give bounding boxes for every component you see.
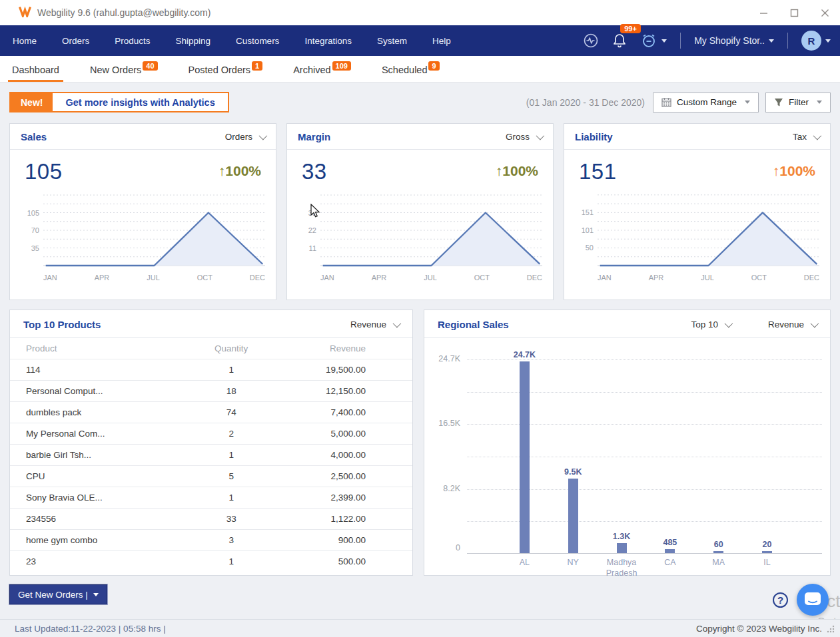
- table-row: 234556331,122.00: [10, 508, 412, 529]
- nav-item-shipping[interactable]: Shipping: [163, 25, 224, 56]
- y-axis-tick: 16.5K: [427, 419, 460, 428]
- tab-scheduled[interactable]: Scheduled9: [375, 59, 446, 82]
- bar-slot: 20: [743, 350, 791, 553]
- x-axis-labels: JANAPRJULOCTDEC: [598, 272, 819, 282]
- tab-badge: 40: [143, 61, 157, 71]
- products-selector[interactable]: Revenue: [350, 319, 399, 329]
- x-axis-tick: JUL: [701, 274, 714, 282]
- maximize-button[interactable]: [779, 0, 809, 25]
- tab-new-orders[interactable]: New Orders40: [83, 59, 165, 82]
- x-axis-tick: Madhya Pradesh: [598, 558, 646, 578]
- x-axis-tick: APR: [95, 274, 110, 282]
- bar-value-label: 9.5K: [564, 467, 582, 477]
- bell-icon: [612, 33, 627, 49]
- tab-dashboard[interactable]: Dashboard: [5, 59, 66, 82]
- chevron-down-icon: [811, 319, 819, 328]
- metric-number-row: 105↑100%: [21, 156, 265, 186]
- scheduler-dropdown[interactable]: [640, 32, 667, 49]
- status-bar: Last Updated:11-22-2023 | 05:58 hrs | Co…: [0, 619, 840, 637]
- table-cell: 500.00: [276, 550, 412, 572]
- table-row: My Personal Com...25,000.00: [10, 423, 412, 444]
- metric-selector-label: Gross: [506, 132, 530, 142]
- x-axis-tick: JAN: [43, 274, 57, 282]
- metric-value: 33: [302, 159, 327, 184]
- tab-label: Posted Orders: [189, 65, 251, 75]
- chat-bubble-button[interactable]: [797, 584, 829, 616]
- x-axis-tick: OCT: [197, 274, 212, 282]
- metric-selector[interactable]: Orders: [225, 132, 265, 142]
- table-cell: 74: [187, 401, 276, 423]
- nav-item-products[interactable]: Products: [102, 25, 163, 56]
- date-range-label: (01 Jan 2020 - 31 Dec 2020): [526, 97, 645, 108]
- filter-button[interactable]: Filter: [765, 93, 831, 112]
- metric-number-row: 151↑100%: [575, 156, 819, 186]
- table-row: 114119,500.00: [10, 359, 412, 380]
- table-row: barbie Girl Tsh...14,000.00: [10, 444, 412, 465]
- bar: [713, 551, 723, 553]
- regional-title: Regional Sales: [438, 319, 509, 330]
- help-icon[interactable]: ?: [773, 592, 788, 608]
- nav-item-customers[interactable]: Customers: [223, 25, 292, 56]
- y-axis-tick: 35: [21, 244, 39, 252]
- metric-selector[interactable]: Gross: [506, 132, 542, 142]
- table-cell: My Personal Com...: [10, 423, 187, 444]
- x-axis-tick: AL: [500, 558, 549, 578]
- avatar: R: [801, 31, 821, 51]
- sales-card: SalesOrders105↑100%3570105JANAPRJULOCTDE…: [9, 123, 276, 300]
- nav-item-help[interactable]: Help: [420, 25, 464, 56]
- column-header-quantity: Quantity: [187, 338, 276, 359]
- activity-icon[interactable]: [583, 33, 599, 49]
- metric-title: Liability: [575, 131, 613, 142]
- tab-archived[interactable]: Archived109: [286, 59, 358, 82]
- nav-item-home[interactable]: Home: [0, 25, 49, 56]
- bar-slot: 1.3K: [598, 350, 646, 553]
- resize-grip[interactable]: [826, 624, 835, 633]
- analytics-button[interactable]: New! Get more insights with Analytics: [9, 92, 229, 112]
- table-row: 231500.00: [10, 550, 412, 572]
- store-selector[interactable]: My Shopify Stor..: [694, 35, 774, 46]
- tab-badge: 1: [252, 61, 262, 71]
- bar-value-label: 24.7K: [514, 350, 536, 359]
- copyright-text: Copyright © 2023 Webgility Inc.: [696, 624, 822, 634]
- table-cell: 1: [187, 487, 276, 508]
- tab-posted-orders[interactable]: Posted Orders1: [182, 59, 270, 82]
- table-cell: home gym combo: [10, 529, 187, 550]
- metric-selector[interactable]: Tax: [793, 132, 819, 142]
- regional-range-selector[interactable]: Top 10: [691, 319, 731, 329]
- notifications-bell[interactable]: 99+: [612, 33, 627, 49]
- table-cell: dumbles pack: [10, 401, 187, 423]
- table-row: dumbles pack747,400.00: [10, 401, 412, 423]
- table-cell: 23: [10, 550, 187, 572]
- x-axis-tick: DEC: [250, 274, 265, 282]
- nav-item-integrations[interactable]: Integrations: [292, 25, 364, 56]
- bar-value-label: 485: [663, 538, 677, 547]
- x-axis-tick: CA: [645, 558, 694, 578]
- bar-slot: 9.5K: [549, 350, 598, 553]
- metrics-row: SalesOrders105↑100%3570105JANAPRJULOCTDE…: [9, 123, 831, 300]
- close-button[interactable]: [809, 0, 840, 25]
- tab-badge: 9: [428, 61, 439, 71]
- minimize-button[interactable]: [748, 0, 779, 25]
- metric-selector-label: Tax: [793, 132, 807, 142]
- regional-metric-selector[interactable]: Revenue: [768, 319, 817, 329]
- bar-slot: 60: [694, 350, 743, 553]
- nav-item-orders[interactable]: Orders: [49, 25, 102, 56]
- get-new-orders-button[interactable]: Get New Orders |: [9, 584, 107, 604]
- nav-item-system[interactable]: System: [364, 25, 420, 56]
- table-cell: 3: [187, 529, 276, 550]
- table-cell: 33: [187, 508, 276, 529]
- metric-change: ↑100%: [218, 163, 261, 179]
- dashboard-toolbar: New! Get more insights with Analytics (0…: [9, 92, 831, 112]
- table-cell: 5: [187, 465, 276, 487]
- bar-chart: 8.2K16.5K24.7K024.7K9.5K1.3K4856020: [467, 350, 822, 554]
- bar-value-label: 1.3K: [613, 532, 630, 541]
- table-cell: 114: [10, 359, 187, 380]
- table-cell: 19,500.00: [276, 359, 412, 380]
- user-menu[interactable]: R: [801, 31, 831, 51]
- metric-title: Margin: [298, 131, 330, 142]
- x-axis-tick: JUL: [147, 274, 160, 282]
- table-cell: Personal Comput...: [10, 380, 187, 401]
- custom-range-button[interactable]: Custom Range: [653, 93, 759, 112]
- chevron-down-icon: [769, 39, 774, 43]
- table-cell: 900.00: [276, 529, 412, 550]
